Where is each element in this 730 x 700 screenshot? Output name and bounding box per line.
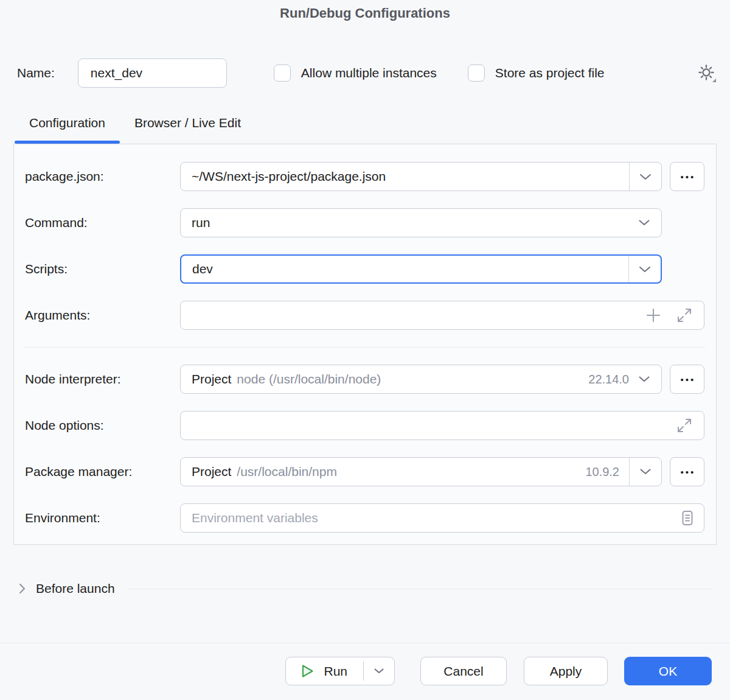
before-launch-label: Before launch: [36, 581, 115, 596]
configuration-panel: package.json: ~/WS/next-js-project/packa…: [13, 144, 717, 545]
environment-field-icons: [680, 509, 695, 527]
cancel-button-label: Cancel: [443, 664, 483, 679]
browse-variables-icon[interactable]: [680, 509, 695, 527]
arguments-field[interactable]: [180, 301, 704, 330]
footer-button-bar: Run Cancel Apply OK: [0, 643, 730, 685]
package-manager-row: Package manager: Project /usr/local/bin/…: [14, 457, 716, 486]
header-row: Name: Allow multiple instances Store as …: [17, 58, 717, 88]
package-manager-label: Package manager:: [25, 464, 180, 479]
name-label: Name:: [17, 66, 55, 80]
tab-bar: Configuration Browser / Live Edit: [15, 103, 730, 144]
package-manager-value: Project: [181, 464, 231, 479]
arguments-row: Arguments:: [14, 301, 716, 330]
package-manager-dropdown-button[interactable]: [629, 458, 661, 486]
store-as-project-file-label: Store as project file: [495, 66, 605, 80]
before-launch-divider: [127, 589, 713, 589]
package-json-label: package.json:: [25, 169, 180, 184]
node-interpreter-dropdown-button[interactable]: [639, 376, 661, 382]
before-launch-toggle[interactable]: Before launch: [18, 579, 713, 598]
package-json-row: package.json: ~/WS/next-js-project/packa…: [14, 162, 716, 191]
environment-field[interactable]: [180, 503, 704, 533]
scripts-dropdown-button[interactable]: [628, 256, 661, 282]
run-debug-configurations-dialog: Run/Debug Configurations Name: Allow mul…: [0, 0, 730, 700]
run-button-label: Run: [324, 664, 347, 679]
command-dropdown-button[interactable]: [639, 220, 661, 226]
allow-multiple-instances-label: Allow multiple instances: [301, 66, 437, 80]
environment-row: Environment:: [14, 503, 716, 533]
command-label: Command:: [25, 215, 180, 230]
node-options-input[interactable]: [181, 411, 676, 439]
ok-button[interactable]: OK: [624, 657, 712, 685]
node-options-field[interactable]: [180, 411, 704, 440]
chevron-down-icon: [640, 469, 651, 475]
ellipsis-icon: •••: [681, 374, 696, 385]
scripts-combobox[interactable]: dev: [180, 254, 662, 284]
package-manager-browse-button[interactable]: •••: [670, 457, 704, 486]
section-divider: [25, 347, 705, 348]
tab-browser-live-edit-label: Browser / Live Edit: [134, 116, 241, 130]
node-options-row: Node options:: [14, 411, 716, 440]
play-icon: [301, 663, 315, 679]
run-split-button: Run: [285, 657, 395, 685]
command-value: run: [181, 215, 210, 230]
run-options-dropdown-button[interactable]: [364, 657, 394, 685]
ellipsis-icon: •••: [681, 172, 696, 182]
chevron-down-icon: [639, 266, 651, 273]
cancel-button[interactable]: Cancel: [420, 657, 507, 685]
arguments-field-icons: [645, 307, 693, 324]
scripts-value: dev: [181, 262, 213, 276]
scripts-row: Scripts: dev: [14, 254, 716, 284]
store-as-project-file-checkbox[interactable]: [468, 65, 485, 82]
package-manager-combobox[interactable]: Project /usr/local/bin/npm 10.9.2: [180, 457, 662, 486]
node-interpreter-value: Project: [181, 372, 231, 387]
store-settings-gear-button[interactable]: [697, 63, 717, 83]
package-manager-version: 10.9.2: [585, 465, 619, 479]
package-json-value: ~/WS/next-js-project/package.json: [181, 169, 386, 184]
chevron-right-icon: [18, 583, 26, 595]
name-input[interactable]: [78, 58, 227, 88]
chevron-down-icon: [639, 220, 650, 226]
scripts-label: Scripts:: [25, 262, 180, 276]
chevron-down-icon: [374, 668, 384, 674]
node-interpreter-dropdown[interactable]: Project node (/usr/local/bin/node) 22.14…: [180, 365, 662, 394]
node-options-field-icons: [676, 417, 693, 434]
allow-multiple-instances-option: Allow multiple instances: [274, 65, 437, 82]
package-json-combobox[interactable]: ~/WS/next-js-project/package.json: [180, 162, 662, 191]
tab-browser-live-edit[interactable]: Browser / Live Edit: [120, 103, 255, 144]
expand-icon[interactable]: [676, 417, 693, 434]
gear-icon: [697, 63, 717, 83]
node-interpreter-version: 22.14.0: [588, 373, 629, 387]
run-button[interactable]: Run: [286, 657, 363, 685]
package-json-browse-button[interactable]: •••: [670, 162, 704, 191]
node-options-label: Node options:: [25, 418, 180, 433]
environment-input[interactable]: [181, 504, 680, 532]
environment-label: Environment:: [25, 511, 180, 525]
ellipsis-icon: •••: [681, 467, 696, 477]
chevron-down-icon: [639, 173, 652, 180]
arguments-label: Arguments:: [25, 308, 180, 323]
dialog-title: Run/Debug Configurations: [0, 0, 730, 24]
tab-configuration-label: Configuration: [29, 116, 105, 130]
apply-button-label: Apply: [550, 664, 582, 679]
package-json-dropdown-button[interactable]: [629, 163, 661, 191]
command-row: Command: run: [14, 208, 716, 237]
node-interpreter-label: Node interpreter:: [25, 372, 180, 387]
chevron-down-icon: [639, 376, 650, 382]
store-as-project-file-option: Store as project file: [468, 65, 605, 82]
apply-button[interactable]: Apply: [524, 657, 608, 685]
allow-multiple-instances-checkbox[interactable]: [274, 65, 291, 82]
node-interpreter-row: Node interpreter: Project node (/usr/loc…: [14, 365, 716, 394]
arguments-input[interactable]: [181, 301, 645, 329]
node-interpreter-browse-button[interactable]: •••: [670, 365, 704, 394]
node-interpreter-path: node (/usr/local/bin/node): [237, 372, 381, 387]
plus-icon[interactable]: [645, 307, 661, 323]
tab-configuration[interactable]: Configuration: [15, 103, 120, 144]
ok-button-label: OK: [659, 664, 677, 679]
command-dropdown[interactable]: run: [180, 208, 662, 237]
expand-icon[interactable]: [676, 307, 693, 324]
package-manager-path: /usr/local/bin/npm: [237, 464, 337, 479]
